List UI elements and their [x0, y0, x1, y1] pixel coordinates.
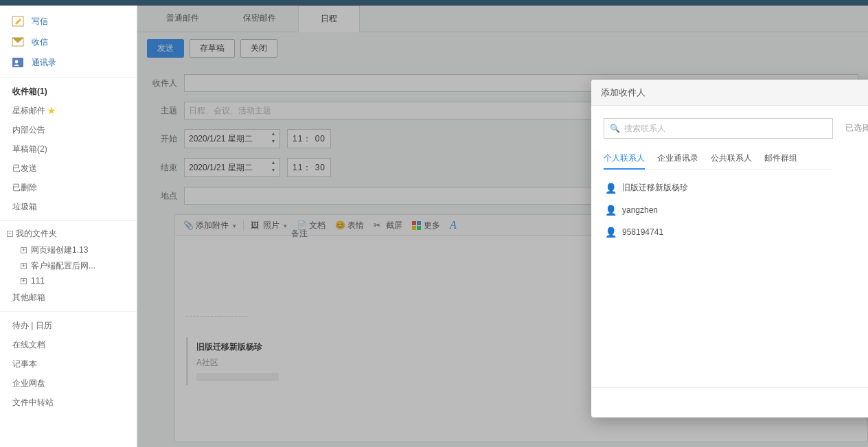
folder-drafts[interactable]: 草稿箱(2) — [0, 139, 137, 159]
folder-internal[interactable]: 内部公告 — [0, 120, 137, 139]
selected-label: 已选择的联系人 — [845, 122, 868, 134]
inbox-icon — [11, 36, 25, 48]
selected-contacts-pane: 已选择的联系人 — [845, 118, 868, 375]
folder-inbox[interactable]: 收件箱(1) — [0, 82, 137, 101]
contact-item[interactable]: 👤958194741 — [604, 221, 833, 243]
folder-starred[interactable]: 星标邮件 ★ — [0, 101, 137, 120]
ctab-groups[interactable]: 邮件群组 — [764, 148, 797, 169]
folder-junk[interactable]: 垃圾箱 — [0, 197, 137, 216]
contact-item[interactable]: 👤yangzhen — [604, 199, 833, 221]
person-icon: 👤 — [605, 227, 617, 238]
myfolder-2[interactable]: +111 — [0, 274, 137, 288]
nav-contacts[interactable]: 通讯录 — [0, 52, 137, 73]
ctab-public[interactable]: 公共联系人 — [711, 148, 752, 169]
nav-compose-label: 写信 — [32, 16, 48, 27]
nav-inbox[interactable]: 收信 — [0, 32, 137, 52]
myfolders-toggle[interactable]: −我的文件夹 — [0, 225, 137, 242]
main: 普通邮件 保密邮件 日程 发送 存草稿 关闭 收件人 主题 开始 2020/1/… — [137, 5, 868, 447]
bottom-3[interactable]: 企业网盘 — [0, 374, 137, 393]
contact-item[interactable]: 👤旧版迁移新版杨珍 — [604, 176, 833, 199]
compose-icon — [11, 15, 25, 27]
add-recipient-modal: 添加收件人 × 🔍 个人联系人 企业通讯录 公共联系人 邮件群组 — [591, 80, 868, 417]
person-icon: 👤 — [605, 205, 617, 216]
bottom-4[interactable]: 文件中转站 — [0, 393, 137, 412]
sidebar: 写信 收信 通讯录 收件箱(1) 星标邮件 ★ 内部公告 草稿箱(2) 已发送 … — [0, 5, 137, 447]
bottom-0[interactable]: 待办 | 日历 — [0, 316, 137, 335]
contact-list: 👤旧版迁移新版杨珍 👤yangzhen 👤958194741 — [604, 176, 833, 243]
other-mailboxes[interactable]: 其他邮箱 — [0, 288, 137, 307]
star-icon: ★ — [47, 106, 56, 115]
contacts-icon — [11, 56, 25, 69]
search-icon: 🔍 — [610, 124, 620, 133]
bottom-2[interactable]: 记事本 — [0, 354, 137, 374]
folder-sent[interactable]: 已发送 — [0, 159, 137, 178]
myfolder-1[interactable]: +客户端配置后网... — [0, 258, 137, 274]
nav-contacts-label: 通讯录 — [32, 57, 56, 69]
bottom-1[interactable]: 在线文档 — [0, 335, 137, 354]
ctab-personal[interactable]: 个人联系人 — [604, 148, 645, 170]
person-icon: 👤 — [605, 183, 617, 194]
folder-deleted[interactable]: 已删除 — [0, 178, 137, 197]
contact-search-input[interactable] — [624, 124, 827, 133]
svg-point-3 — [15, 60, 19, 64]
modal-title: 添加收件人 — [601, 87, 868, 99]
nav-inbox-label: 收信 — [32, 36, 48, 48]
contact-tabs: 个人联系人 企业通讯录 公共联系人 邮件群组 — [604, 148, 833, 170]
myfolder-0[interactable]: +网页端创建1.13 — [0, 242, 137, 258]
contact-search[interactable]: 🔍 — [604, 118, 833, 139]
nav-compose[interactable]: 写信 — [0, 11, 137, 32]
ctab-enterprise[interactable]: 企业通讯录 — [657, 148, 698, 169]
